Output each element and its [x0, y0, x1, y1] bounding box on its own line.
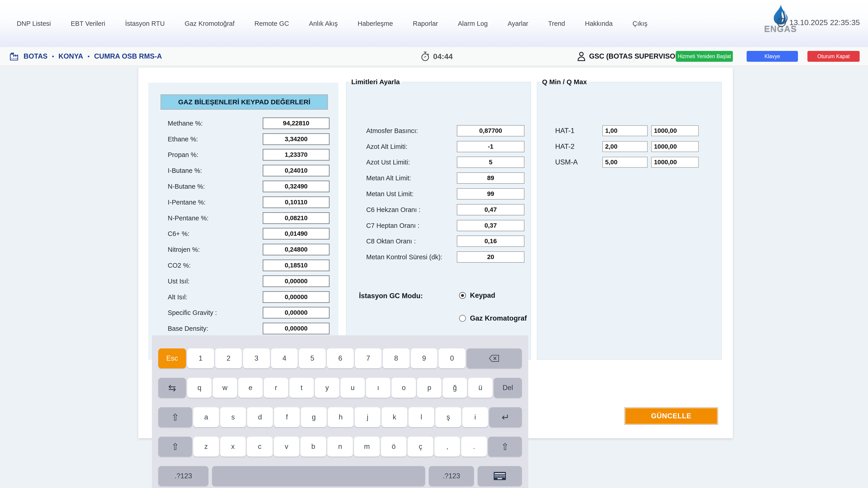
breadcrumb-station[interactable]: CUMRA OSB RMS-A: [94, 52, 162, 60]
logout-button[interactable]: Oturum Kapat: [807, 51, 860, 62]
key-b[interactable]: b: [301, 437, 326, 457]
key-7[interactable]: 7: [355, 348, 382, 368]
key-z[interactable]: z: [193, 437, 219, 457]
menu-item-cikis[interactable]: Çıkış: [632, 20, 647, 27]
key-m[interactable]: m: [354, 437, 380, 457]
menu-item-istasyon-rtu[interactable]: İstasyon RTU: [125, 20, 165, 27]
menu-item-haberlesme[interactable]: Haberleşme: [358, 20, 393, 27]
key-d[interactable]: d: [247, 407, 273, 427]
c8-oktan-orani-input[interactable]: [457, 235, 524, 247]
breadcrumb-region[interactable]: KONYA: [59, 52, 83, 60]
key-2[interactable]: 2: [215, 348, 242, 368]
c6-hekzan-orani-input[interactable]: [457, 204, 524, 216]
menu-item-ayarlar[interactable]: Ayarlar: [508, 20, 528, 27]
ust-isil-input[interactable]: [263, 275, 330, 287]
menu-item-remote-gc[interactable]: Remote GC: [254, 20, 289, 27]
key-1[interactable]: 1: [187, 348, 214, 368]
key-6[interactable]: 6: [327, 348, 354, 368]
key-f[interactable]: f: [274, 407, 300, 427]
menu-item-ebt-verileri[interactable]: EBT Verileri: [71, 20, 105, 27]
alt-isil-input[interactable]: [263, 291, 330, 303]
key-9[interactable]: 9: [411, 348, 438, 368]
breadcrumb-site[interactable]: BOTAS: [24, 52, 48, 60]
c7-heptan-orani-input[interactable]: [457, 220, 524, 231]
menu-item-raporlar[interactable]: Raporlar: [413, 20, 438, 27]
menu-item-alarm-log[interactable]: Alarm Log: [458, 20, 488, 27]
key-ü[interactable]: ü: [468, 378, 493, 398]
gc-mode-option-gaz-kromatograf[interactable]: Gaz Kromatograf: [459, 314, 527, 322]
keyboard-toggle-button[interactable]: Klavye: [747, 51, 798, 62]
symbols-key[interactable]: .?123: [429, 466, 474, 486]
key-l[interactable]: l: [408, 407, 434, 427]
c6plus-input[interactable]: [263, 228, 330, 239]
key-y[interactable]: y: [315, 378, 339, 398]
esc-key[interactable]: Esc: [158, 348, 186, 368]
key-k[interactable]: k: [381, 407, 407, 427]
key-e[interactable]: e: [238, 378, 263, 398]
menu-item-dnp-listesi[interactable]: DNP Listesi: [17, 20, 51, 27]
key-p[interactable]: p: [417, 378, 441, 398]
key-j[interactable]: j: [355, 407, 380, 427]
menu-item-gaz-kromotograf[interactable]: Gaz Kromotoğraf: [185, 20, 235, 27]
metan-kontrol-suresi-input[interactable]: [457, 251, 524, 263]
key-period[interactable]: .: [461, 437, 487, 457]
key-v[interactable]: v: [274, 437, 300, 457]
hat1-min-input[interactable]: [602, 125, 648, 136]
key-c[interactable]: c: [247, 437, 273, 457]
base-density-input[interactable]: [263, 323, 330, 335]
symbols-key[interactable]: .?123: [158, 466, 209, 486]
key-q[interactable]: q: [187, 378, 212, 398]
propan-input[interactable]: [263, 149, 330, 161]
n-butane-input[interactable]: [263, 180, 330, 192]
space-key[interactable]: [212, 466, 425, 486]
key-n[interactable]: n: [327, 437, 353, 457]
azot-alt-limiti-input[interactable]: [457, 141, 524, 152]
menu-item-trend[interactable]: Trend: [548, 20, 565, 27]
key-ı[interactable]: ı: [366, 378, 391, 398]
backspace-key[interactable]: [467, 348, 522, 368]
usma-min-input[interactable]: [602, 157, 648, 168]
i-butane-input[interactable]: [263, 165, 330, 176]
key-a[interactable]: a: [193, 407, 219, 427]
hat1-max-input[interactable]: [651, 125, 699, 136]
key-4[interactable]: 4: [271, 348, 298, 368]
shift-key[interactable]: ⇧: [488, 437, 522, 457]
atmosfer-basinci-input[interactable]: [457, 125, 524, 137]
key-t[interactable]: t: [289, 378, 314, 398]
key-ş[interactable]: ş: [435, 407, 461, 427]
key-s[interactable]: s: [220, 407, 246, 427]
enter-key[interactable]: ↵: [489, 407, 522, 427]
specific-gravity-input[interactable]: [263, 307, 330, 319]
ethane-input[interactable]: [263, 133, 330, 145]
co2-input[interactable]: [263, 259, 330, 271]
key-3[interactable]: 3: [243, 348, 270, 368]
azot-ust-limiti-input[interactable]: [457, 156, 524, 168]
i-pentane-input[interactable]: [263, 196, 330, 208]
hide-keyboard-key[interactable]: [477, 466, 522, 486]
usma-max-input[interactable]: [651, 157, 699, 168]
hat2-min-input[interactable]: [602, 141, 648, 152]
nitrojen-input[interactable]: [263, 243, 330, 255]
shift-key[interactable]: ⇧: [158, 407, 192, 427]
key-h[interactable]: h: [328, 407, 353, 427]
key-0[interactable]: 0: [438, 348, 465, 368]
update-button[interactable]: GÜNCELLE: [624, 407, 718, 425]
key-x[interactable]: x: [220, 437, 246, 457]
key-w[interactable]: w: [213, 378, 237, 398]
key-o[interactable]: o: [392, 378, 416, 398]
key-u[interactable]: u: [340, 378, 365, 398]
radio-icon[interactable]: [459, 292, 466, 299]
n-pentane-input[interactable]: [263, 212, 330, 224]
restart-service-button[interactable]: Hizmeti Yeniden Başlat: [676, 51, 733, 62]
hat2-max-input[interactable]: [651, 141, 699, 152]
tab-key[interactable]: ⇆: [158, 378, 186, 398]
shift-key[interactable]: ⇧: [158, 437, 192, 457]
gc-mode-option-keypad[interactable]: Keypad: [459, 291, 495, 299]
key-ç[interactable]: ç: [408, 437, 433, 457]
del-key[interactable]: Del: [494, 378, 522, 398]
key-r[interactable]: r: [264, 378, 288, 398]
metan-alt-limit-input[interactable]: [457, 172, 524, 184]
menu-item-anlik-akis[interactable]: Anlık Akış: [309, 20, 338, 27]
key-ö[interactable]: ö: [381, 437, 407, 457]
key-g[interactable]: g: [301, 407, 327, 427]
